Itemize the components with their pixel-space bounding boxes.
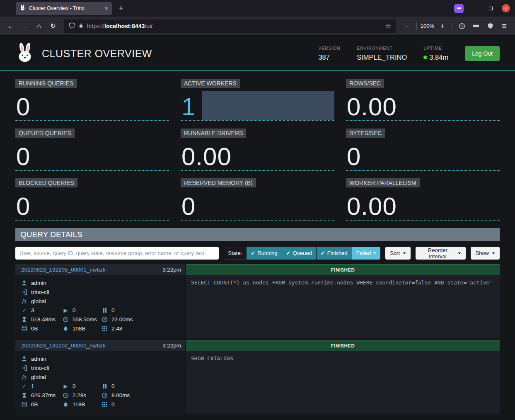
stat-label: BYTES/SEC xyxy=(346,129,385,138)
query-id-link[interactable]: 20220823_132205_00001_nwbzk xyxy=(21,267,105,273)
tab-close-icon[interactable]: × xyxy=(105,5,108,12)
filter-queued-label: Queued xyxy=(293,250,312,256)
check-icon: ✓ xyxy=(251,250,255,256)
queued-splits: 0 xyxy=(111,383,115,389)
query-header: 20220823_132205_00001_nwbzk 3:22pm xyxy=(15,264,185,275)
zoom-out-button[interactable]: − xyxy=(400,19,413,33)
show-dropdown[interactable]: Show xyxy=(471,247,500,260)
toolbar-divider xyxy=(452,22,452,30)
query-sql-text: SELECT COUNT(*) as nodes FROM system.run… xyxy=(186,275,500,338)
tracking-shield-icon[interactable] xyxy=(69,22,75,30)
query-id-link[interactable]: 20220823_132202_00000_nwbzk xyxy=(21,342,105,349)
filter-failed-label: Failed xyxy=(356,250,371,256)
completed-splits-icon: ✓ xyxy=(21,307,27,313)
browser-tab[interactable]: Cluster Overview - Trino × xyxy=(16,2,112,15)
cpu-time: 8.00ms xyxy=(111,392,130,398)
maximize-button[interactable] xyxy=(485,3,496,14)
page-background xyxy=(0,414,515,420)
wall-time-hourglass-icon xyxy=(21,392,27,398)
memory-database-icon xyxy=(21,325,27,332)
wall-time: 626.37ms xyxy=(31,392,56,398)
bookmark-star-icon[interactable]: ☆ xyxy=(385,22,391,30)
stat-label: QUEUED QUERIES xyxy=(15,129,75,138)
parallelism: 0 xyxy=(111,401,115,408)
cumulative-memory-flame-icon xyxy=(63,401,69,408)
state-filter-group: State: ✓ Running ✓ Queued ✓ Finished Fai… xyxy=(224,247,380,260)
stat-value: 0 xyxy=(16,95,30,119)
logout-button[interactable]: Log Out xyxy=(465,46,500,61)
url-bar[interactable]: https://localhost:8443/ui/ ☆ xyxy=(64,19,396,33)
stat-value: 0 xyxy=(347,144,361,169)
stat-queued-queries: QUEUED QUERIES 0 xyxy=(15,129,169,171)
stat-label: RUNNING QUERIES xyxy=(15,79,77,88)
reload-button[interactable]: ↻ xyxy=(46,19,60,33)
home-button[interactable]: ⌂ xyxy=(32,19,46,33)
cluster-header: CLUSTER OVERVIEW VERSION 387 ENVIRONMENT… xyxy=(0,36,515,71)
status-dot-icon xyxy=(423,56,427,59)
parallelism-grid-icon xyxy=(102,401,108,408)
state-filter-label: State: xyxy=(224,247,246,260)
extension-icon[interactable] xyxy=(454,4,464,13)
environment-value: SIMPLE_TRINO xyxy=(357,53,407,61)
minimize-button[interactable]: — xyxy=(471,3,482,14)
query-details-title: QUERY DETAILS xyxy=(15,228,500,241)
forward-button[interactable]: → xyxy=(18,19,31,33)
stat-label: WORKER PARALLELISM xyxy=(346,178,420,187)
filter-queued-button[interactable]: ✓ Queued xyxy=(282,247,316,260)
elapsed-time-clock-icon xyxy=(63,392,69,398)
window-close-button[interactable]: × xyxy=(502,4,510,12)
source-login-icon xyxy=(21,289,27,295)
running-splits: 0 xyxy=(73,383,76,389)
protections-shield-icon[interactable] xyxy=(484,19,497,33)
menu-button[interactable]: ≡ xyxy=(498,19,511,33)
lock-icon[interactable] xyxy=(78,23,84,29)
query-resource-group: global xyxy=(31,374,46,380)
filter-running-button[interactable]: ✓ Running xyxy=(247,247,281,260)
query-card: 20220823_132202_00000_nwbzk 3:22pm FINIS… xyxy=(15,340,500,414)
user-icon xyxy=(21,356,27,362)
resource-group-icon xyxy=(21,298,27,304)
caret-down-icon xyxy=(403,252,406,254)
stat-value: 1 xyxy=(181,95,196,119)
stat-worker-parallelism: WORKER PARALLELISM 0.00 xyxy=(346,178,500,221)
sparkline-area xyxy=(202,91,334,120)
history-clock-icon[interactable] xyxy=(455,19,469,33)
sort-label: Sort xyxy=(390,250,400,256)
memory-database-icon xyxy=(21,401,27,408)
current-memory: 0B xyxy=(31,401,38,408)
running-splits-icon: ▶ xyxy=(63,307,69,313)
cluster-stats-grid: RUNNING QUERIES 0 ACTIVE WORKERS 1 ROWS/… xyxy=(0,71,515,226)
query-header: 20220823_132202_00000_nwbzk 3:22pm xyxy=(15,340,185,351)
current-memory: 0B xyxy=(31,325,38,332)
zoom-level[interactable]: 100% xyxy=(421,23,434,29)
uptime-label: UPTIME xyxy=(423,46,448,51)
query-search-input[interactable] xyxy=(15,247,219,260)
stat-value: 0 xyxy=(181,194,196,219)
url-text[interactable]: https://localhost:8443/ui/ xyxy=(87,23,382,29)
tab-title: Cluster Overview - Trino xyxy=(29,5,102,11)
zoom-in-button[interactable]: + xyxy=(436,19,449,33)
completed-splits: 3 xyxy=(31,307,34,313)
sort-dropdown[interactable]: Sort xyxy=(385,247,411,260)
cpu-time: 22.00ms xyxy=(111,316,133,323)
page-title: CLUSTER OVERVIEW xyxy=(42,48,318,60)
back-button[interactable]: ← xyxy=(4,19,17,33)
reorder-interval-label: Reorder Interval xyxy=(420,247,455,260)
extension-goggles-icon[interactable] xyxy=(469,19,483,33)
new-tab-button[interactable]: + xyxy=(115,2,127,14)
filter-failed-dropdown[interactable]: Failed xyxy=(352,247,380,260)
query-sql-text: SHOW CATALOGS xyxy=(186,351,500,414)
trino-favicon-icon xyxy=(19,5,26,12)
url-path: /ui/ xyxy=(145,23,152,29)
filter-finished-button[interactable]: ✓ Finished xyxy=(317,247,352,260)
stat-active-workers: ACTIVE WORKERS 1 xyxy=(181,79,334,121)
query-state-bar: FINISHED xyxy=(186,340,500,351)
completed-splits-icon: ✓ xyxy=(21,383,27,389)
stat-value: 0 xyxy=(16,194,30,219)
query-time: 3:22pm xyxy=(162,267,181,273)
parallelism: 2.48 xyxy=(111,325,122,332)
query-stats-panel: admin trino-cli global ✓1 ▶0 0 626.37ms … xyxy=(15,351,185,414)
stat-label: RUNNABLE DRIVERS xyxy=(181,129,246,138)
stat-runnable-drivers: RUNNABLE DRIVERS 0.00 xyxy=(181,129,334,171)
reorder-interval-dropdown[interactable]: Reorder Interval xyxy=(416,247,466,260)
